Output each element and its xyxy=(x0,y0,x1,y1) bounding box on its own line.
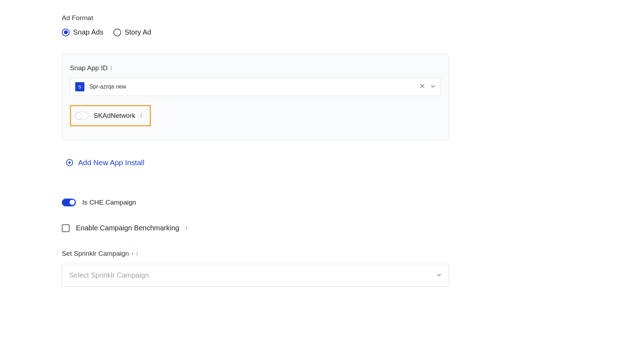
benchmarking-label: Enable Campaign Benchmarking xyxy=(76,224,179,232)
radio-unselected-icon xyxy=(113,29,121,36)
ad-format-label: Ad Format xyxy=(62,14,618,22)
che-campaign-row: Is CHE Campaign xyxy=(62,199,618,206)
info-icon[interactable]: i xyxy=(185,225,187,232)
sprinklr-campaign-title-row: Set Sprinklr Campaign • i xyxy=(62,250,449,257)
sprinklr-campaign-placeholder: Select Sprinklr Campaign xyxy=(69,271,149,279)
snap-app-card: Snap App ID i S Spr-azrqa new SKAdNetwor… xyxy=(62,54,449,141)
che-campaign-toggle[interactable] xyxy=(62,199,76,206)
skadnetwork-toggle[interactable] xyxy=(75,112,89,120)
app-icon: S xyxy=(75,82,84,91)
sprinklr-campaign-select[interactable]: Select Sprinklr Campaign xyxy=(62,264,449,287)
radio-snap-ads[interactable]: Snap Ads xyxy=(62,28,103,36)
info-icon[interactable]: i xyxy=(111,65,112,72)
sprinklr-campaign-label: Set Sprinklr Campaign xyxy=(62,250,129,257)
add-new-app-install-label: Add New App Install xyxy=(78,158,144,167)
skadnetwork-label: SKAdNetwork xyxy=(94,112,135,120)
info-icon[interactable]: i xyxy=(136,250,138,257)
ad-format-radio-group: Snap Ads Story Ad xyxy=(62,28,618,36)
radio-snap-ads-label: Snap Ads xyxy=(73,28,103,36)
info-icon[interactable]: i xyxy=(140,112,142,119)
radio-story-ad[interactable]: Story Ad xyxy=(113,28,151,36)
benchmarking-checkbox[interactable] xyxy=(62,224,70,232)
plus-circle-icon xyxy=(66,159,73,166)
add-new-app-install-button[interactable]: Add New App Install xyxy=(66,158,144,167)
che-campaign-label: Is CHE Campaign xyxy=(82,199,136,206)
snap-app-id-label-row: Snap App ID i xyxy=(70,64,441,72)
clear-icon[interactable] xyxy=(420,83,425,90)
chevron-down-icon xyxy=(436,272,442,279)
snap-app-id-label: Snap App ID xyxy=(70,64,108,72)
chevron-down-icon[interactable] xyxy=(430,83,436,90)
select-actions xyxy=(420,83,436,90)
radio-story-ad-label: Story Ad xyxy=(125,28,151,36)
benchmarking-row: Enable Campaign Benchmarking i xyxy=(62,224,618,232)
radio-selected-icon xyxy=(62,29,70,36)
skadnetwork-highlight: SKAdNetwork i xyxy=(70,105,151,126)
snap-app-id-select[interactable]: S Spr-azrqa new xyxy=(70,78,441,96)
sprinklr-campaign-section: Set Sprinklr Campaign • i Select Sprinkl… xyxy=(62,250,449,287)
snap-app-id-value: Spr-azrqa new xyxy=(89,84,415,90)
required-indicator: • xyxy=(132,251,133,256)
